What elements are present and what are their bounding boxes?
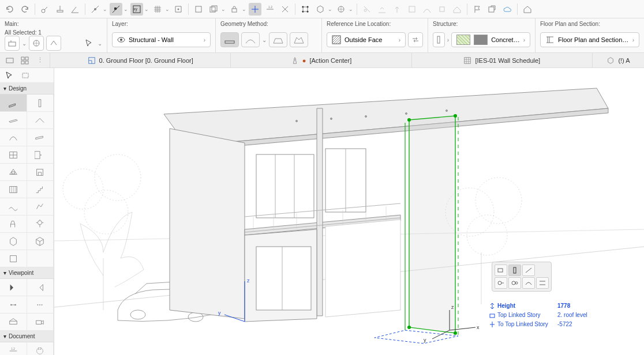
measure-icon[interactable]: [39, 3, 51, 16]
elevation-tool-icon[interactable]: [27, 279, 54, 296]
radial-dim-tool-icon[interactable]: 1.2: [27, 342, 54, 355]
dim-tool-icon[interactable]: 1.2: [0, 342, 27, 355]
window-tool-icon[interactable]: [0, 146, 27, 164]
geom-chevron-icon[interactable]: ⌄: [262, 37, 267, 43]
trim-icon[interactable]: [361, 3, 373, 16]
cloud-icon[interactable]: [501, 3, 514, 16]
object-tool-icon[interactable]: [27, 233, 54, 250]
opening-tool-icon[interactable]: [27, 164, 54, 181]
extrude-icon[interactable]: [391, 3, 403, 16]
pet-op4-icon[interactable]: [536, 277, 549, 289]
geom-straight-icon[interactable]: [220, 32, 239, 47]
offset-icon[interactable]: [406, 3, 418, 16]
worksheet-tool-icon[interactable]: [0, 314, 27, 331]
circle-icon[interactable]: [335, 3, 347, 16]
snap-edge-dropdown-icon[interactable]: ⌄: [123, 6, 128, 12]
ruler-icon[interactable]: [54, 3, 66, 16]
skylight-tool-icon[interactable]: [0, 164, 27, 181]
camera-tool-icon[interactable]: [27, 314, 54, 331]
roof-icon[interactable]: [451, 3, 463, 16]
home-icon[interactable]: [521, 3, 534, 16]
slab-tool-icon[interactable]: [0, 112, 27, 129]
struct-basic-icon[interactable]: [433, 32, 445, 47]
roof-tool-icon[interactable]: [27, 112, 54, 129]
pet-move-icon[interactable]: [495, 265, 507, 276]
opt-elem-settings-icon[interactable]: [5, 36, 20, 51]
opt-find-icon[interactable]: [46, 36, 61, 51]
circle-dropdown-icon[interactable]: ⌄: [349, 6, 353, 12]
undo-icon[interactable]: [3, 3, 16, 16]
pet-stretch-icon[interactable]: [508, 265, 521, 276]
marquee-tool-icon[interactable]: [18, 70, 32, 81]
align-icon[interactable]: [376, 3, 388, 16]
opt-favorites-icon[interactable]: [29, 36, 44, 51]
refline-dropdown[interactable]: Outside Face ›: [327, 32, 406, 47]
document-header[interactable]: ▾Document: [0, 331, 54, 342]
layers-icon[interactable]: [207, 3, 220, 16]
morph-tool-icon[interactable]: [27, 198, 54, 216]
hex-dropdown-icon[interactable]: ⌄: [328, 6, 332, 12]
snap-xy-icon[interactable]: xy: [130, 3, 143, 16]
trace-dropdown-icon[interactable]: ⌄: [221, 6, 226, 12]
layer-dropdown[interactable]: Structural - Wall ›: [112, 32, 211, 47]
trace-icon[interactable]: [192, 3, 205, 16]
arc-icon[interactable]: [421, 3, 433, 16]
design-header[interactable]: ▾Design: [0, 83, 54, 95]
beam-tool-icon[interactable]: [27, 129, 54, 146]
view-grid-icon[interactable]: [18, 54, 31, 67]
mesh-tool-icon[interactable]: [0, 198, 27, 216]
snap-dropdown-icon[interactable]: ⌄: [103, 6, 107, 12]
section-tool-icon[interactable]: [0, 279, 27, 296]
viewport-3d[interactable]: x y z z y Height1778 Top Linked Story2. …: [54, 68, 644, 355]
pet-op1-icon[interactable]: [495, 277, 507, 289]
column-tool-icon[interactable]: [27, 95, 54, 112]
wall-tool-icon[interactable]: [0, 95, 27, 112]
grid-tool-icon[interactable]: [0, 250, 27, 267]
pet-op3-icon[interactable]: [522, 277, 535, 289]
geom-poly-icon[interactable]: [290, 32, 308, 47]
redo-icon[interactable]: [18, 3, 31, 16]
opt-cursor-icon[interactable]: [83, 37, 95, 50]
pet-rotate-icon[interactable]: [522, 265, 535, 276]
lock-dropdown-icon[interactable]: ⌄: [242, 6, 246, 12]
zone-tool-icon[interactable]: [0, 233, 27, 250]
snap-xy-dropdown-icon[interactable]: ⌄: [144, 6, 149, 12]
viewpoint-header[interactable]: ▾Viewpoint: [0, 267, 54, 279]
detail-tool-icon[interactable]: [27, 296, 54, 314]
pet-op2-icon[interactable]: [508, 277, 521, 289]
tab-wall-schedule[interactable]: [IES-01 Wall Schedule]: [411, 53, 592, 67]
arrow-tool-icon[interactable]: [2, 70, 16, 81]
fps-dropdown[interactable]: Floor Plan and Section… ›: [540, 32, 639, 47]
opt-cursor-chevron-icon[interactable]: ⌄: [98, 40, 102, 47]
publish-icon[interactable]: [486, 3, 499, 16]
stair-tool-icon[interactable]: [27, 181, 54, 198]
gridsnap-icon[interactable]: [172, 3, 185, 16]
snap-point-icon[interactable]: [89, 3, 102, 16]
tab-ground-floor[interactable]: 0. Ground Floor [0. Ground Floor]: [50, 53, 230, 67]
chair-tool-icon[interactable]: [0, 216, 27, 233]
dim-icon[interactable]: 1.2: [264, 3, 276, 16]
cluster-icon[interactable]: [299, 3, 312, 16]
door-tool-icon[interactable]: [27, 146, 54, 164]
geom-trapezoid-icon[interactable]: [269, 32, 287, 47]
curtainwall-tool-icon[interactable]: [0, 181, 27, 198]
grid-dropdown-icon[interactable]: ⌄: [165, 6, 170, 12]
dim2-icon[interactable]: [279, 3, 291, 16]
lock-icon[interactable]: [228, 3, 241, 16]
view-fit-icon[interactable]: [3, 54, 16, 67]
interior-elev-icon[interactable]: [0, 296, 27, 314]
flag-icon[interactable]: [471, 3, 484, 16]
geom-curved-icon[interactable]: [241, 32, 260, 47]
tab-action-center[interactable]: ● [Action Center]: [230, 53, 411, 67]
guidelines-icon[interactable]: [249, 3, 261, 16]
refline-flip-icon[interactable]: [408, 32, 423, 47]
grid-icon[interactable]: [151, 3, 164, 16]
opt-main-chevron-icon[interactable]: ⌄: [22, 40, 27, 47]
hex-icon[interactable]: [314, 3, 327, 16]
struct-chevron-icon[interactable]: ›: [447, 37, 449, 43]
struct-dropdown[interactable]: Concret… ›: [451, 32, 530, 47]
tab-3d-warn[interactable]: (!) A: [592, 53, 644, 67]
angle-icon[interactable]: [69, 3, 81, 16]
poly-icon[interactable]: [436, 3, 448, 16]
lamp-tool-icon[interactable]: [27, 216, 54, 233]
